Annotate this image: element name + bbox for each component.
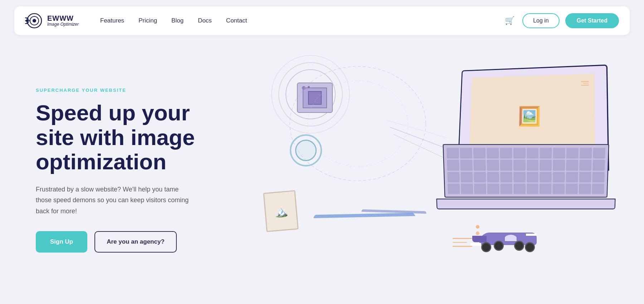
nav-docs[interactable]: Docs [198, 17, 212, 24]
key [566, 171, 578, 182]
laptop: 🖼️ [422, 66, 615, 209]
magnifier-ring [290, 134, 322, 166]
agency-button[interactable]: Are you an agency? [94, 231, 177, 253]
key [500, 148, 512, 159]
key [540, 183, 552, 194]
key [513, 171, 526, 182]
key [500, 171, 512, 182]
svg-line-4 [26, 19, 29, 19]
car-wheel-rl [494, 241, 504, 251]
logo[interactable]: EWWW Image Optimizer [25, 11, 79, 30]
key [566, 148, 579, 159]
key [527, 148, 539, 159]
key [593, 148, 605, 159]
key [513, 183, 526, 194]
car-wing-rear [526, 234, 537, 236]
key [487, 160, 499, 170]
key [553, 171, 565, 182]
key [487, 171, 499, 182]
screen-image-icon: 🖼️ [518, 105, 541, 127]
key [474, 171, 486, 182]
logo-text: EWWW Image Optimizer [47, 14, 79, 27]
f1-car [472, 224, 544, 252]
key [461, 183, 473, 194]
key [566, 160, 579, 170]
key [526, 183, 538, 194]
key [527, 160, 539, 170]
key [460, 160, 473, 170]
get-started-button[interactable]: Get Started [565, 13, 619, 28]
hero-description: Frustrated by a slow website? We'll help… [36, 184, 193, 217]
car-wheel-fl [481, 242, 491, 252]
laptop-base [436, 199, 615, 209]
key [448, 183, 460, 194]
key [526, 171, 538, 182]
key [513, 160, 525, 170]
key [540, 171, 552, 182]
key [566, 183, 578, 194]
camera-device [293, 77, 336, 120]
speed-trail [453, 238, 472, 247]
key [592, 160, 605, 170]
nav-blog[interactable]: Blog [171, 17, 184, 24]
key [592, 171, 605, 182]
cart-icon[interactable]: 🛒 [503, 14, 517, 28]
hero-illustration: 🏔️ 🖼️ [236, 59, 615, 281]
laptop-keyboard [443, 144, 609, 197]
key [540, 148, 552, 159]
photo-placeholder-icon: 🏔️ [274, 204, 288, 218]
key [553, 148, 566, 159]
nav-features[interactable]: Features [100, 17, 124, 24]
nav-contact[interactable]: Contact [226, 17, 247, 24]
key [579, 160, 592, 170]
key [447, 160, 459, 170]
car-wheel-fr [525, 242, 535, 252]
platform-1 [313, 213, 415, 218]
key [592, 183, 604, 194]
logo-icon [25, 11, 44, 30]
photo-frame: 🏔️ [263, 190, 298, 232]
key [540, 160, 552, 170]
key [500, 160, 512, 170]
key [460, 171, 473, 182]
signup-button[interactable]: Sign Up [36, 231, 87, 253]
key [487, 148, 499, 159]
svg-line-5 [26, 22, 29, 23]
key [473, 160, 486, 170]
camera-box [297, 83, 333, 113]
logo-name: EWWW [47, 14, 79, 22]
key [500, 183, 512, 194]
login-button[interactable]: Log in [522, 13, 560, 28]
nav-right: 🛒 Log in Get Started [503, 13, 619, 28]
hero-section: SUPERCHARGE YOUR WEBSITE Speed up your s… [0, 41, 644, 291]
hero-title: Speed up your site with image optimizati… [36, 101, 222, 174]
key [513, 148, 525, 159]
key [447, 171, 460, 182]
key [579, 183, 591, 194]
hero-buttons: Sign Up Are you an agency? [36, 231, 222, 253]
car-wheel-rr [514, 241, 524, 251]
key [474, 183, 486, 194]
car-nose [472, 236, 487, 242]
key [487, 183, 499, 194]
nav-pricing[interactable]: Pricing [138, 17, 157, 24]
key [447, 148, 459, 159]
car-cockpit [504, 234, 517, 241]
key [553, 160, 565, 170]
key [553, 183, 565, 194]
key [580, 148, 592, 159]
navbar: EWWW Image Optimizer Features Pricing Bl… [14, 6, 630, 35]
hero-tagline: SUPERCHARGE YOUR WEBSITE [36, 88, 222, 93]
svg-point-2 [33, 19, 36, 23]
key [579, 171, 591, 182]
nav-links: Features Pricing Blog Docs Contact [100, 17, 503, 24]
logo-subtitle: Image Optimizer [47, 22, 79, 27]
key [473, 148, 486, 159]
hero-content: SUPERCHARGE YOUR WEBSITE Speed up your s… [36, 88, 222, 252]
key [460, 148, 472, 159]
